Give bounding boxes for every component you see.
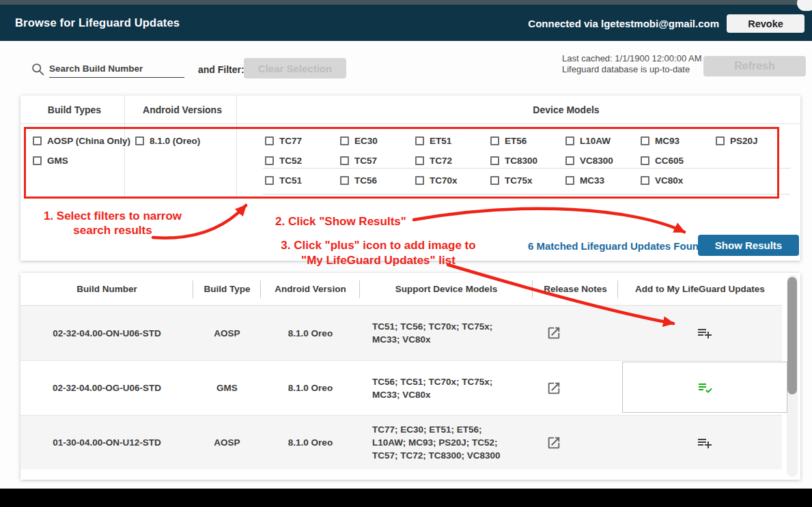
checkbox-icon [490,176,499,185]
last-cached-text: Last cached: 1/1/1900 12:00:00 AM [562,53,702,64]
filter-checkbox-tc70x[interactable]: TC70x [415,174,458,186]
results-header-build-type: Build Type [193,273,261,305]
filter-checkbox-tc51[interactable]: TC51 [265,174,302,186]
checkbox-icon [415,156,424,165]
clear-selection-button[interactable]: Clear Selection [244,58,346,78]
search-build-number-input[interactable] [49,60,184,78]
filter-header-row: Build Types Android Versions Device Mode… [20,96,800,124]
table-row: 02-32-04.00-ON-U06-STDAOSP8.1.0 OreoTC51… [20,306,782,360]
cell-build-type: GMS [193,361,261,415]
and-filter-label: and Filter: [198,64,244,75]
checkbox-icon [33,136,42,145]
checkbox-label: TC57 [354,156,377,166]
build-types-header: Build Types [48,96,101,124]
cell-android-version: 8.1.0 Oreo [261,306,360,360]
filter-checkbox-et51[interactable]: ET51 [415,134,451,147]
results-header-add-to-my-lifeguard-updates: Add to My LifeGuard Updates [618,273,782,305]
release-notes-button[interactable] [546,435,561,450]
added-check-button[interactable] [696,379,714,396]
checkbox-icon [641,176,649,185]
playlist-added-check-icon [696,379,714,396]
cell-device-models: TC56; TC51; TC70x; TC75x; MC33; VC80x [360,361,533,415]
filter-checkbox-vc8300[interactable]: VC8300 [565,154,613,166]
checkbox-icon [340,156,349,165]
filter-checkbox-ps20j[interactable]: PS20J [716,134,758,147]
results-header-release-notes: Release Notes [533,273,618,305]
filter-checkbox-tc57[interactable]: TC57 [340,154,377,166]
checkbox-label: GMS [47,156,68,166]
checkbox-label: ET51 [430,136,451,146]
checkbox-label: VC80x [655,175,683,186]
cell-build-number: 02-32-04.00-ON-U06-STD [20,306,193,360]
checkbox-label: 8.1.0 (Oreo) [150,136,200,146]
scrollbar-thumb[interactable] [787,277,797,394]
filter-checkbox-et56[interactable]: ET56 [490,134,527,147]
playlist-add-icon [696,435,714,451]
checkbox-icon [716,136,725,145]
cell-device-models: TC77; EC30; ET51; ET56; L10AW; MC93; PS2… [360,416,533,469]
filter-checkbox-gms[interactable]: GMS [33,154,68,166]
filter-checkbox-tc77[interactable]: TC77 [265,134,302,147]
filter-checkbox-mc93[interactable]: MC93 [641,134,680,147]
show-results-button[interactable]: Show Results [698,235,799,256]
device-models-header: Device Models [533,96,599,124]
checkbox-icon [565,156,574,165]
connected-account-label: Connected via lgetestmobi@gmail.com [528,18,719,29]
filter-checkbox-ec30[interactable]: EC30 [340,134,378,147]
checkbox-label: ET56 [505,136,527,146]
release-notes-button[interactable] [546,381,561,396]
android-versions-header: Android Versions [143,96,222,124]
filter-checkbox-8-1-0-oreo[interactable]: 8.1.0 (Oreo) [135,134,200,147]
filter-checkbox-tc52[interactable]: TC52 [265,154,302,166]
added-indicator-box [622,362,787,413]
results-header-support-device-models: Support Device Models [360,273,533,305]
top-strip [0,0,812,5]
results-header-android-version: Android Version [261,273,360,305]
results-header-build-number: Build Number [20,273,193,305]
filter-checkbox-l10aw[interactable]: L10AW [565,134,611,147]
filter-checkbox-mc33[interactable]: MC33 [565,174,604,186]
external-link-icon [546,435,561,450]
cell-build-number: 01-30-04.00-ON-U12-STD [20,416,193,469]
cell-android-version: 8.1.0 Oreo [261,416,360,469]
filter-checkbox-tc8300[interactable]: TC8300 [490,154,537,166]
cache-status: Last cached: 1/1/1900 12:00:00 AM Lifegu… [562,53,702,75]
checkbox-icon [340,136,349,145]
checkbox-label: EC30 [354,136,378,146]
cell-add-to-list [618,306,782,360]
checkbox-label: TC52 [279,156,302,166]
results-table: Build NumberBuild TypeAndroid VersionSup… [20,273,800,480]
checkbox-icon [565,176,574,185]
filter-checkbox-cc605[interactable]: CC605 [641,154,684,166]
app-header: Browse for Lifeguard Updates Connected v… [0,5,812,41]
table-row: 01-30-04.00-ON-U12-STDAOSP8.1.0 OreoTC77… [20,415,782,469]
checkbox-icon [340,176,349,185]
add-to-list-button[interactable] [696,435,714,451]
filter-checkbox-aosp-china-only[interactable]: AOSP (China Only) [33,134,130,147]
release-notes-button[interactable] [546,325,561,341]
browse-lifeguard-updates-page: Browse for Lifeguard Updates Connected v… [0,0,812,507]
filter-checkbox-vc80x[interactable]: VC80x [641,174,683,186]
filter-panel: Build Types Android Versions Device Mode… [20,96,800,261]
filter-checkbox-tc56[interactable]: TC56 [340,174,377,186]
add-to-list-button[interactable] [696,325,714,341]
checkbox-label: MC93 [655,136,680,146]
database-status-text: Lifeguard database is up-to-date [562,64,702,75]
results-header-row: Build NumberBuild TypeAndroid VersionSup… [20,273,782,306]
checkbox-icon [265,136,274,145]
refresh-button[interactable]: Refresh [703,56,806,76]
checkbox-icon [641,136,649,145]
cell-android-version: 8.1.0 Oreo [261,361,360,415]
cell-device-models: TC51; TC56; TC70x; TC75x; MC33; VC80x [360,306,533,360]
checkbox-label: TC51 [279,175,302,186]
checkbox-icon [415,136,424,145]
checkbox-icon [641,156,649,165]
filter-checkbox-tc75x[interactable]: TC75x [490,174,533,186]
device-group-divider [263,194,790,194]
page-title: Browse for Lifeguard Updates [15,16,180,29]
checkbox-icon [415,176,424,185]
checkbox-label: CC605 [655,156,684,166]
revoke-button[interactable]: Revoke [727,14,804,33]
results-rows: 02-32-04.00-ON-U06-STDAOSP8.1.0 OreoTC51… [20,306,782,469]
filter-checkbox-tc72[interactable]: TC72 [415,154,452,166]
